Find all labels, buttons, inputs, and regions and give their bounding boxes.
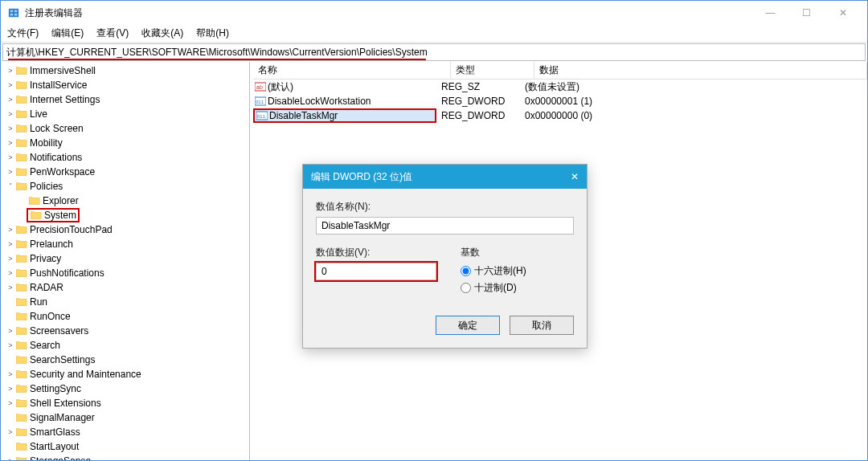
expand-toggle[interactable]: > <box>6 255 15 263</box>
expand-toggle[interactable]: > <box>6 139 15 147</box>
list-row[interactable]: ab(默认)REG_SZ(数值未设置) <box>253 80 867 94</box>
tree-item-explorer[interactable]: Explorer <box>1 194 249 208</box>
value-name-field[interactable]: DisableTaskMgr <box>316 217 574 235</box>
dialog-body: 数值名称(N): DisableTaskMgr 数值数据(V): 基数 十六进制… <box>303 189 587 348</box>
tree-item-shell-extensions[interactable]: >Shell Extensions <box>1 396 249 410</box>
ok-button[interactable]: 确定 <box>436 316 500 335</box>
minimize-button[interactable]: — <box>752 2 788 24</box>
tree-item-signalmanager[interactable]: SignalManager <box>1 410 249 425</box>
expand-toggle[interactable]: > <box>6 341 15 349</box>
tree-item-mobility[interactable]: >Mobility <box>1 136 249 150</box>
tree-item-label: SignalManager <box>30 412 95 423</box>
folder-icon <box>15 383 28 394</box>
tree-item-prelaunch[interactable]: >Prelaunch <box>1 237 249 251</box>
expand-toggle[interactable]: > <box>6 428 15 436</box>
menu-help[interactable]: 帮助(H) <box>193 25 232 42</box>
tree-item-internet-settings[interactable]: >Internet Settings <box>1 92 249 107</box>
tree-view[interactable]: >ImmersiveShell>InstallService>Internet … <box>1 62 250 460</box>
value-data-input[interactable] <box>316 263 436 280</box>
tree-item-run[interactable]: Run <box>1 295 249 309</box>
tree-item-lock-screen[interactable]: >Lock Screen <box>1 121 249 136</box>
tree-item-smartglass[interactable]: >SmartGlass <box>1 425 249 439</box>
expand-toggle[interactable]: > <box>6 124 15 133</box>
list-row[interactable]: 011DisableTaskMgrREG_DWORD0x00000000 (0) <box>253 108 867 123</box>
cancel-button[interactable]: 取消 <box>510 316 574 335</box>
maximize-button[interactable]: ☐ <box>788 2 825 24</box>
tree-item-label: PenWorkspace <box>30 166 95 177</box>
menu-favorites[interactable]: 收藏夹(A) <box>138 25 186 42</box>
expand-toggle[interactable]: > <box>6 96 15 104</box>
menu-file[interactable]: 文件(F) <box>4 25 42 42</box>
tree-item-label: Notifications <box>30 152 82 163</box>
tree-item-startlayout[interactable]: StartLayout <box>1 439 249 454</box>
dialog-close-button[interactable]: ✕ <box>571 171 579 182</box>
col-header-type[interactable]: 类型 <box>451 62 534 80</box>
folder-icon <box>28 195 41 206</box>
tree-item-searchsettings[interactable]: SearchSettings <box>1 353 249 367</box>
expand-toggle[interactable]: > <box>6 370 15 378</box>
tree-item-storagesense[interactable]: >StorageSense <box>1 454 249 460</box>
cell-data: 0x00000001 (1) <box>520 96 867 107</box>
folder-icon <box>15 354 28 365</box>
tree-item-penworkspace[interactable]: >PenWorkspace <box>1 165 249 179</box>
svg-rect-4 <box>14 14 18 16</box>
radio-dec[interactable]: 十进制(D) <box>461 281 526 295</box>
tree-item-label: Explorer <box>43 195 79 206</box>
expand-toggle[interactable]: > <box>6 269 15 277</box>
col-header-data[interactable]: 数据 <box>534 62 867 80</box>
tree-item-settingsync[interactable]: >SettingSync <box>1 381 249 396</box>
window-controls: — ☐ ✕ <box>752 2 861 24</box>
expand-toggle[interactable]: > <box>6 385 15 393</box>
tree-item-pushnotifications[interactable]: >PushNotifications <box>1 266 249 280</box>
cell-data: (数值未设置) <box>520 80 867 94</box>
expand-toggle[interactable]: > <box>6 168 15 176</box>
list-row[interactable]: 011DisableLockWorkstationREG_DWORD0x0000… <box>253 94 867 108</box>
tree-item-label: Internet Settings <box>30 94 100 105</box>
address-bar[interactable]: 计算机\HKEY_CURRENT_USER\SOFTWARE\Microsoft… <box>2 43 866 61</box>
tree-item-policies[interactable]: ˅Policies <box>1 179 249 194</box>
close-button[interactable]: ✕ <box>825 2 861 24</box>
tree-item-label: Privacy <box>30 253 61 264</box>
tree-item-label: Security and Maintenance <box>30 369 141 380</box>
svg-text:011: 011 <box>256 100 264 104</box>
folder-icon <box>15 412 28 423</box>
tree-item-precisiontouchpad[interactable]: >PrecisionTouchPad <box>1 222 249 237</box>
edit-dword-dialog: 编辑 DWORD (32 位)值 ✕ 数值名称(N): DisableTaskM… <box>302 164 588 349</box>
menu-edit[interactable]: 编辑(E) <box>48 25 87 42</box>
radio-hex-input[interactable] <box>461 266 471 276</box>
expand-toggle[interactable]: > <box>6 226 15 234</box>
tree-item-security-and-maintenance[interactable]: >Security and Maintenance <box>1 367 249 381</box>
expand-toggle[interactable]: > <box>6 81 15 89</box>
expand-toggle[interactable]: > <box>6 240 15 248</box>
tree-item-label: SearchSettings <box>30 354 95 365</box>
tree-item-system[interactable]: System <box>1 208 249 222</box>
tree-item-label: PrecisionTouchPad <box>30 224 113 235</box>
menu-view[interactable]: 查看(V) <box>93 25 132 42</box>
radio-hex[interactable]: 十六进制(H) <box>461 264 526 278</box>
tree-item-screensavers[interactable]: >Screensavers <box>1 324 249 338</box>
dialog-title-text: 编辑 DWORD (32 位)值 <box>311 170 412 184</box>
folder-icon <box>15 455 28 460</box>
expand-toggle[interactable]: > <box>6 110 15 118</box>
tree-item-search[interactable]: >Search <box>1 338 249 353</box>
base-label: 基数 <box>461 246 526 259</box>
tree-item-runonce[interactable]: RunOnce <box>1 309 249 324</box>
tree-item-immersiveshell[interactable]: >ImmersiveShell <box>1 63 249 78</box>
tree-item-installservice[interactable]: >InstallService <box>1 78 249 92</box>
expand-toggle[interactable]: > <box>6 284 15 292</box>
radio-dec-input[interactable] <box>461 283 471 293</box>
expand-toggle[interactable]: > <box>6 67 15 75</box>
expand-toggle[interactable]: ˅ <box>6 182 15 190</box>
expand-toggle[interactable]: > <box>6 153 15 161</box>
expand-toggle[interactable]: > <box>6 399 15 407</box>
dialog-titlebar[interactable]: 编辑 DWORD (32 位)值 ✕ <box>303 165 587 189</box>
folder-icon <box>15 296 28 308</box>
tree-item-radar[interactable]: >RADAR <box>1 280 249 295</box>
expand-toggle[interactable]: > <box>6 327 15 335</box>
expand-toggle[interactable]: > <box>6 457 15 460</box>
tree-item-privacy[interactable]: >Privacy <box>1 251 249 266</box>
tree-item-label: InstallService <box>30 80 87 91</box>
tree-item-notifications[interactable]: >Notifications <box>1 150 249 165</box>
col-header-name[interactable]: 名称 <box>253 62 451 80</box>
tree-item-live[interactable]: >Live <box>1 107 249 121</box>
